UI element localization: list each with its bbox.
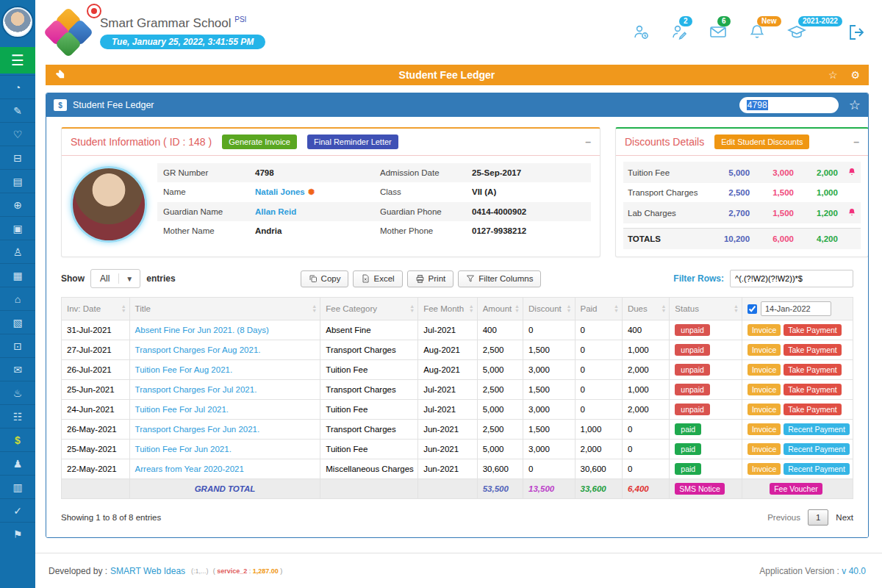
- title-link[interactable]: Transport Charges For Aug 2021.: [129, 340, 320, 360]
- entries-select[interactable]: All ▼: [90, 269, 140, 288]
- attendance-person-clock-icon[interactable]: [632, 23, 650, 40]
- status-badge[interactable]: unpaid: [675, 324, 710, 336]
- student-photo[interactable]: [71, 166, 147, 243]
- field-value[interactable]: Natali Jones✺: [249, 182, 374, 202]
- fee-ledger-icon: $: [54, 99, 67, 111]
- column-header-amount[interactable]: Amount▲▼: [477, 298, 523, 320]
- sidebar-item-factory[interactable]: ♨: [0, 381, 35, 404]
- title-link[interactable]: Transport Charges For Jul 2021.: [129, 380, 320, 400]
- title-link[interactable]: Tuition Fee For Aug 2021.: [129, 360, 320, 380]
- invoice-button[interactable]: Invoice: [747, 364, 781, 376]
- tag-icon[interactable]: [54, 68, 65, 82]
- student-registration-icon[interactable]: 2: [670, 23, 688, 40]
- favorite-star-icon[interactable]: ☆: [828, 69, 838, 81]
- filter-rows-input[interactable]: [730, 270, 853, 287]
- discounts-card-body: Tuition Fee5,0003,0002,000Transport Char…: [616, 156, 868, 257]
- sort-icon: ▲▼: [567, 304, 572, 312]
- invoice-button[interactable]: Invoice: [747, 384, 781, 395]
- title-link[interactable]: Arrears from Year 2020-2021: [129, 459, 320, 479]
- copy-button[interactable]: Copy: [301, 270, 349, 287]
- column-header-fee-month[interactable]: Fee Month▲▼: [418, 298, 478, 320]
- field-value[interactable]: Allan Reid: [249, 202, 374, 221]
- messages-envelope-icon[interactable]: 6: [709, 23, 728, 40]
- column-header-inv-date[interactable]: Inv: Date▲▼: [62, 298, 130, 320]
- status-badge[interactable]: unpaid: [675, 404, 710, 415]
- take-payment-button[interactable]: Take Payment: [784, 364, 842, 376]
- column-header-title[interactable]: Title▲▼: [129, 298, 320, 320]
- sidebar-item-library[interactable]: ☷: [0, 404, 35, 428]
- student-search-input[interactable]: 4798: [739, 97, 839, 113]
- invoice-button[interactable]: Invoice: [747, 443, 781, 455]
- column-header-discount[interactable]: Discount▲▼: [523, 298, 575, 320]
- take-payment-button[interactable]: Take Payment: [784, 404, 842, 415]
- sidebar-item-academic[interactable]: ⚑: [0, 522, 35, 545]
- take-payment-button[interactable]: Take Payment: [784, 324, 842, 336]
- developer-link[interactable]: SMART Web Ideas: [110, 566, 185, 576]
- status-badge[interactable]: unpaid: [675, 384, 710, 395]
- column-header-status[interactable]: Status▲▼: [670, 298, 742, 320]
- academic-session-icon[interactable]: 2021-2022: [786, 23, 807, 40]
- sidebar-item-health[interactable]: ♡: [0, 122, 35, 146]
- logout-icon[interactable]: [847, 23, 866, 42]
- sidebar-item-staff[interactable]: ♟: [0, 451, 35, 475]
- sidebar-item-id-card[interactable]: ▤: [0, 169, 35, 193]
- invoice-button[interactable]: Invoice: [747, 344, 781, 356]
- column-header-dues[interactable]: Dues▲▼: [622, 298, 669, 320]
- status-badge[interactable]: paid: [675, 443, 701, 455]
- recent-payment-button[interactable]: Recent Payment: [784, 463, 850, 475]
- recent-payment-button[interactable]: Recent Payment: [784, 443, 850, 455]
- take-payment-button[interactable]: Take Payment: [784, 384, 842, 395]
- collapse-icon[interactable]: –: [853, 136, 859, 148]
- bookmark-star-icon[interactable]: ☆: [849, 97, 861, 113]
- next-page-link[interactable]: Next: [836, 513, 853, 522]
- sidebar-item-fee-card[interactable]: ⊟: [0, 146, 35, 169]
- status-badge[interactable]: paid: [675, 463, 701, 475]
- title-link[interactable]: Tuition Fee For Jul 2021.: [129, 400, 320, 420]
- date-filter-input[interactable]: [761, 301, 831, 316]
- previous-page-link[interactable]: Previous: [767, 513, 800, 522]
- sidebar-item-reception[interactable]: ⌂: [0, 287, 35, 310]
- sidebar-item-clipboard[interactable]: ▣: [0, 216, 35, 240]
- print-button[interactable]: Print: [407, 270, 454, 287]
- user-avatar[interactable]: [3, 7, 32, 37]
- generate-invoice-button[interactable]: Generate Invoice: [222, 135, 297, 149]
- invoice-button[interactable]: Invoice: [747, 423, 781, 435]
- status-badge[interactable]: unpaid: [675, 344, 710, 356]
- title-link[interactable]: Transport Charges For Jun 2021.: [129, 420, 320, 440]
- sms-notice-button[interactable]: SMS Notice: [675, 483, 724, 495]
- collapse-icon[interactable]: –: [585, 136, 591, 148]
- status-badge[interactable]: paid: [675, 423, 701, 435]
- settings-gears-icon[interactable]: ⚙: [850, 69, 860, 81]
- final-reminder-letter-button[interactable]: Final Reminder Letter: [307, 135, 398, 149]
- sidebar-item-tasks[interactable]: ✓: [0, 498, 35, 522]
- invoice-button[interactable]: Invoice: [747, 404, 781, 415]
- excel-button[interactable]: Excel: [353, 270, 402, 287]
- page-number-button[interactable]: 1: [808, 509, 828, 526]
- title-link[interactable]: Tuition Fee For Jun 2021.: [129, 440, 320, 459]
- sidebar-item-computer[interactable]: ⊡: [0, 334, 35, 357]
- notifications-bell-icon[interactable]: New: [748, 23, 766, 40]
- gear-icon[interactable]: ✺: [308, 187, 315, 196]
- sidebar-item-web[interactable]: ⊕: [0, 193, 35, 216]
- sidebar-item-photo[interactable]: ▧: [0, 310, 35, 334]
- edit-student-discounts-button[interactable]: Edit Student Discounts: [714, 135, 809, 149]
- column-header-paid[interactable]: Paid▲▼: [575, 298, 622, 320]
- column-header-fee-category[interactable]: Fee Category▲▼: [320, 298, 418, 320]
- fee-voucher-button[interactable]: Fee Voucher: [770, 483, 822, 495]
- filter-columns-button[interactable]: Filter Columns: [458, 270, 541, 287]
- sidebar-item-person[interactable]: ♙: [0, 240, 35, 263]
- sidebar-item-dashboard[interactable]: ◔: [0, 75, 35, 98]
- select-all-checkbox[interactable]: [747, 304, 757, 314]
- status-badge[interactable]: unpaid: [675, 364, 710, 376]
- sidebar-item-fee-ledger[interactable]: $: [0, 428, 35, 451]
- sidebar-item-calendar[interactable]: ▦: [0, 263, 35, 287]
- title-link[interactable]: Absent Fine For Jun 2021. (8 Days): [129, 320, 320, 340]
- recent-payment-button[interactable]: Recent Payment: [784, 423, 850, 435]
- sidebar-item-student-edit[interactable]: ✎: [0, 98, 35, 122]
- sidebar-item-mail-money[interactable]: ✉: [0, 357, 35, 381]
- take-payment-button[interactable]: Take Payment: [784, 344, 842, 356]
- sidebar-item-card-heart[interactable]: ▥: [0, 475, 35, 498]
- invoice-button[interactable]: Invoice: [747, 324, 781, 336]
- menu-toggle-button[interactable]: ☰: [0, 47, 35, 74]
- invoice-button[interactable]: Invoice: [747, 463, 781, 475]
